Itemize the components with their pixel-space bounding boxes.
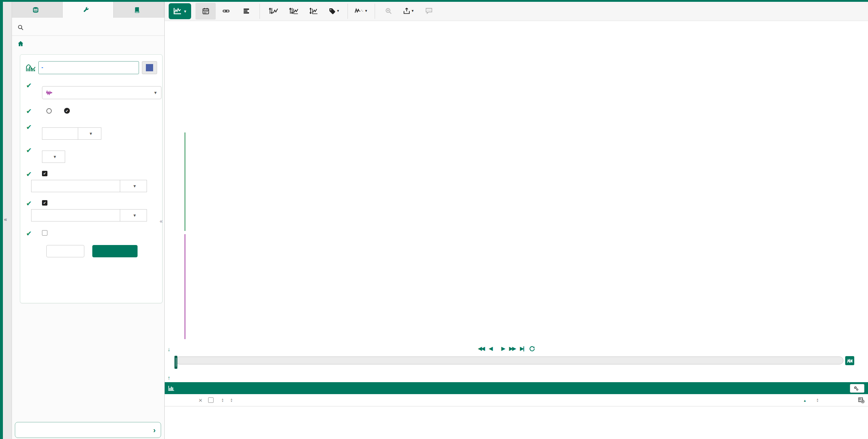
one-y-axis-icon: [289, 7, 298, 14]
gears-icon: [854, 386, 859, 391]
remove-above-checkbox[interactable]: ✔: [42, 171, 47, 176]
arrow-down-icon: ↓: [168, 346, 170, 352]
high-pass-chart-block: [165, 233, 868, 348]
left-accent-rail: [0, 0, 3, 439]
step-forward-half-icon[interactable]: ▶: [501, 345, 505, 352]
sampling-input-group: ▼: [42, 127, 157, 140]
signal-icon: [46, 90, 52, 95]
details-panel: ✕ ▲▼ ▲▼ ▲ ▲▼: [165, 382, 868, 439]
check-icon: ✔: [26, 199, 32, 208]
book-icon: [134, 7, 140, 13]
remove-above-input[interactable]: [31, 180, 120, 192]
zoom-icon: [385, 8, 392, 14]
remove-below-checkbox[interactable]: ✔: [42, 200, 47, 206]
select-all-checkbox[interactable]: [208, 397, 214, 403]
tool-name-input[interactable]: [38, 61, 139, 74]
available-outside-checkbox[interactable]: [42, 230, 47, 236]
sort-icon[interactable]: ▲▼: [222, 398, 224, 402]
period-frequency-row: ✔: [46, 108, 157, 114]
gutter-collapse-chevron-icon[interactable]: «: [4, 216, 7, 222]
toolbar: ▼ ▼ ▼: [165, 2, 868, 21]
count-column-header[interactable]: ▲▼: [806, 397, 848, 403]
toolbar-button-chain[interactable]: [216, 3, 236, 20]
period-radio[interactable]: [46, 108, 55, 114]
toolbar-button-annotate: [419, 3, 439, 20]
sampling-rate-input[interactable]: [42, 127, 78, 140]
step-back-half-icon[interactable]: ◀: [489, 345, 492, 352]
toolbar-button-spread[interactable]: [304, 3, 324, 20]
filter-tools-input[interactable]: [27, 24, 147, 30]
output-units-select[interactable]: ▼: [42, 151, 65, 163]
sort-icon: ▲▼: [230, 398, 233, 402]
remove-below-input[interactable]: [31, 209, 120, 221]
view-selector-button[interactable]: ▼: [169, 3, 191, 19]
color-swatch: [146, 64, 153, 71]
refresh-icon[interactable]: [529, 346, 535, 351]
remove-below-group: ▼: [31, 209, 157, 221]
step-period-frequency: ✔ ✔: [26, 99, 157, 114]
investigate-start: ↑: [168, 375, 173, 381]
range-navigation: ◀◀ ◀ ▶ ▶▶ ▶|: [478, 345, 535, 352]
cancel-button[interactable]: [46, 245, 84, 257]
signal-select[interactable]: ▼: [42, 86, 161, 99]
one-lane-icon: [269, 7, 278, 14]
torque-chart-block: [165, 131, 868, 233]
frequency-radio[interactable]: ✔: [64, 108, 73, 114]
customize-button[interactable]: [850, 384, 864, 393]
toolbar-button-dimming[interactable]: ▼: [351, 3, 371, 20]
toolbar-button-labels[interactable]: ▼: [324, 3, 344, 20]
check-icon: ✔: [26, 81, 32, 90]
toolbar-separator: [375, 4, 375, 19]
high-pass-chart-canvas[interactable]: [185, 234, 865, 339]
tab-data[interactable]: [12, 2, 63, 18]
sampling-unit-select[interactable]: ▼: [78, 127, 101, 140]
home-icon[interactable]: [18, 41, 24, 46]
chevron-down-icon: ▼: [365, 9, 368, 13]
panel-collapse-chevron-icon[interactable]: «: [160, 218, 163, 224]
toolbar-button-export[interactable]: ▼: [399, 3, 419, 20]
remove-above-unit-select[interactable]: ▼: [120, 180, 147, 192]
top-accent-strip: [0, 0, 868, 2]
range-start: ↓: [168, 346, 176, 352]
lane-column-header[interactable]: ▲: [781, 397, 806, 403]
torque-chart-canvas[interactable]: [185, 132, 865, 231]
torque-y-axis-labels: [165, 132, 183, 231]
sort-icon: ▲▼: [816, 398, 819, 402]
timeline-bar[interactable]: [176, 356, 843, 364]
remove-below-unit-select[interactable]: ▼: [120, 209, 147, 221]
check-icon: ✔: [26, 123, 32, 131]
chain-icon: [223, 8, 229, 14]
fft-chart-canvas[interactable]: [167, 31, 865, 112]
step-to-end-icon[interactable]: ▶|: [520, 345, 524, 352]
step-back-full-icon[interactable]: ◀◀: [478, 345, 484, 352]
auto-update-button[interactable]: [845, 356, 854, 365]
color-swatch-button[interactable]: [142, 61, 157, 74]
fft-chart-block: [165, 22, 868, 130]
tab-journal[interactable]: [114, 2, 164, 18]
calendar-icon: [202, 8, 209, 14]
toolbar-button-capsule[interactable]: [236, 3, 256, 20]
radio-unchecked-icon: [46, 108, 52, 114]
speech-bubble-icon: [425, 8, 433, 14]
auto-update-icon: [847, 358, 852, 363]
tab-tools[interactable]: [63, 2, 113, 18]
toolbar-button-one-lane[interactable]: [263, 3, 283, 20]
chevron-down-icon: ▼: [184, 9, 187, 13]
name-column-header[interactable]: ▲▼: [229, 397, 781, 403]
execute-button[interactable]: [92, 245, 138, 257]
step-forward-full-icon[interactable]: ▶▶: [509, 345, 515, 352]
toolbar-button-zoom: [378, 3, 399, 20]
derived-data-card[interactable]: ›: [15, 422, 161, 438]
timeline: [176, 356, 854, 365]
toolbar-button-one-y-axis[interactable]: [283, 3, 304, 20]
chevron-down-icon: ▼: [89, 131, 93, 136]
check-icon: ✔: [26, 170, 32, 178]
sidebar: ✔ ▼ ✔ ✔ ✔: [12, 2, 165, 439]
add-column-icon[interactable]: [858, 397, 864, 403]
timeline-tick-labels: [176, 366, 843, 372]
chevron-down-icon: ▼: [153, 90, 157, 95]
details-header: [165, 382, 868, 394]
toolbar-button-calendar[interactable]: [195, 3, 216, 20]
remove-all-column-header[interactable]: ✕: [196, 397, 205, 403]
filter-tools-row: [12, 18, 164, 36]
